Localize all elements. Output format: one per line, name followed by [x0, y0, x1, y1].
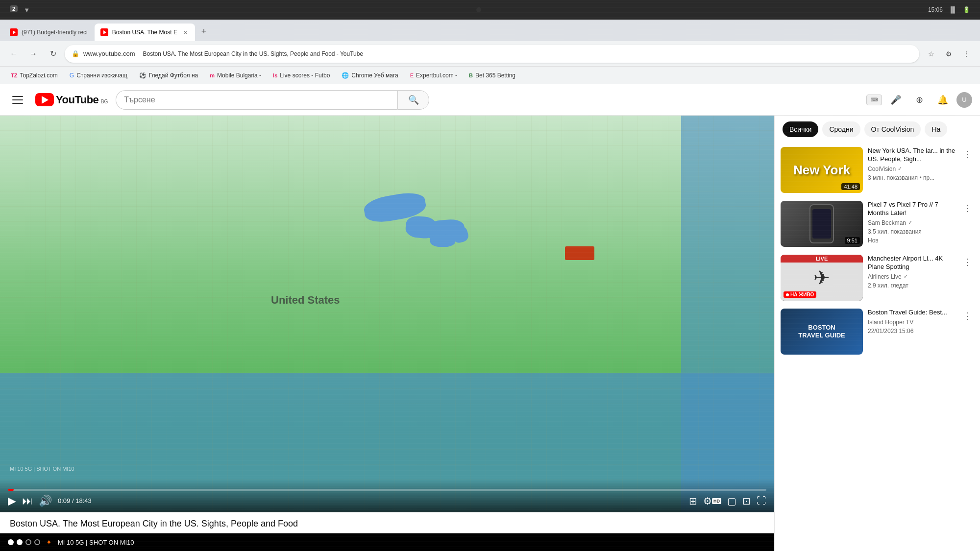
rec3-live-label: НА ЖИВО: [790, 292, 814, 297]
controls-row: ▶ ⏭ 🔊 0:09 / 18:43 ⊞: [8, 495, 766, 507]
bookmark-football[interactable]: ⚽ Гледай Футбол на: [134, 69, 203, 82]
tab-count-badge: 2: [10, 5, 18, 12]
menu-line-2: [12, 99, 23, 100]
rec4-meta: 22/01/2023 15:06: [868, 328, 956, 335]
filter-all-label: Всички: [789, 125, 811, 133]
profile-button[interactable]: ⋮: [958, 46, 974, 62]
filter-chip-coolv[interactable]: От CoolVision: [864, 121, 921, 137]
rec1-title: New York USA. The lar... in the US. Peop…: [868, 147, 956, 164]
tab-2-active[interactable]: Boston USA. The Most E ✕: [95, 24, 195, 41]
yt-notifications-button[interactable]: 🔔: [933, 90, 953, 110]
rec3-meta: 2,9 хил. гледат: [868, 282, 956, 289]
progress-bar[interactable]: [8, 489, 766, 491]
bk-mobile-label: Mobile Bulgaria -: [217, 72, 261, 79]
bk-topzalozi-label: TopZalozi.com: [20, 72, 57, 79]
filter-chip-related[interactable]: Сродни: [822, 121, 860, 137]
bookmark-expertbul[interactable]: E Expertbul.com -: [405, 69, 462, 82]
bookmark-chrome-store[interactable]: 🌐 Chrome Уеб мага: [337, 69, 403, 82]
bk-g-icon: G: [70, 72, 74, 79]
bookmark-topzalozi[interactable]: TZ TopZalozi.com: [6, 69, 63, 82]
bookmark-star-button[interactable]: ☆: [923, 46, 939, 62]
yt-search-wrap: 🔍: [116, 90, 429, 110]
fullscreen-button[interactable]: ⛶: [757, 495, 766, 506]
rec1-more-button[interactable]: ⋮: [961, 147, 974, 193]
bk-football-label: Гледай Футбол на: [149, 72, 198, 79]
rec1-ago: пр...: [923, 174, 934, 181]
rec-card-4[interactable]: BOSTONTRAVEL GUIDE Boston Travel Guide: …: [775, 305, 980, 359]
rec2-phone-screen: [812, 209, 831, 239]
back-button[interactable]: ←: [6, 46, 22, 62]
tab-dropdown-icon[interactable]: ▼: [24, 6, 30, 14]
quality-button[interactable]: ⚙ HD: [703, 495, 721, 507]
rec4-thumbnail: BOSTONTRAVEL GUIDE: [781, 309, 863, 355]
rec4-more-button[interactable]: ⋮: [961, 309, 974, 355]
rec1-verified-icon: ✓: [898, 166, 902, 172]
battery-icon: 🔋: [963, 6, 970, 13]
current-time: 0:09: [58, 497, 70, 504]
filter-chip-next[interactable]: На: [925, 121, 947, 137]
rec2-verified-icon: ✓: [908, 219, 912, 226]
hd-badge: HD: [712, 498, 721, 504]
bookmark-mobile-bg[interactable]: m Mobile Bulgaria -: [205, 69, 266, 82]
bookmark-livescores[interactable]: ls Live scores - Futbo: [268, 69, 335, 82]
yt-mic-button[interactable]: 🎤: [886, 90, 906, 110]
extensions-button[interactable]: ⚙: [941, 46, 956, 62]
new-tab-button[interactable]: +: [196, 24, 212, 39]
theater-button[interactable]: ⊡: [742, 495, 751, 507]
next-button[interactable]: ⏭: [22, 495, 33, 507]
reload-button[interactable]: ↻: [45, 46, 61, 62]
bookmark-strani[interactable]: G Странни изскачащ: [65, 69, 132, 82]
shot-on-bar: ✦ MI 10 5G | SHOT ON MI10: [0, 533, 774, 551]
rec3-plane-icon: ✈: [813, 266, 830, 289]
rec-card-3[interactable]: LIVE ✈ НА ЖИВО Manchester Airport Li... …: [775, 251, 980, 305]
yt-logo-country: BG: [101, 99, 108, 104]
forward-button[interactable]: →: [25, 46, 41, 62]
rec1-dot-sep: •: [919, 174, 923, 181]
os-bar-right: 15:06 ▐▌ 🔋: [928, 6, 970, 13]
volume-button[interactable]: 🔊: [39, 495, 52, 507]
tab-bar: (971) Budget-friendly reci Boston USA. T…: [0, 20, 980, 41]
rec4-title: Boston Travel Guide: Best...: [868, 309, 956, 317]
rec3-more-button[interactable]: ⋮: [961, 255, 974, 301]
dot-indicators: [8, 539, 40, 545]
yt-upload-button[interactable]: ⊕: [909, 90, 929, 110]
bookmarks-bar: TZ TopZalozi.com G Странни изскачащ ⚽ Гл…: [0, 67, 980, 84]
rec3-live-badge: НА ЖИВО: [784, 291, 816, 298]
address-actions: ☆ ⚙ ⋮: [923, 46, 974, 62]
dot-3: [25, 539, 31, 545]
rec1-info: New York USA. The lar... in the US. Peop…: [868, 147, 956, 193]
rec3-thumbnail: LIVE ✈ НА ЖИВО: [781, 255, 863, 301]
menu-line-1: [12, 96, 23, 97]
rec3-verified-icon: ✓: [904, 273, 908, 280]
yt-logo-text-wrap: YouTube BG: [56, 94, 108, 106]
tab1-title: (971) Budget-friendly reci: [22, 29, 88, 36]
os-bar: 2 ▼ 15:06 ▐▌ 🔋: [0, 0, 980, 20]
filter-chip-all[interactable]: Всички: [783, 121, 818, 137]
rec-card-1[interactable]: New York 41:48 New York USA. The lar... …: [775, 143, 980, 197]
camera-dot: [476, 7, 481, 12]
subtitles-button[interactable]: ⊞: [689, 495, 697, 507]
rec3-live-banner: LIVE: [781, 255, 863, 263]
tab2-close-btn[interactable]: ✕: [181, 28, 189, 36]
yt-sidebar: Всички Сродни От CoolVision На: [774, 116, 980, 551]
play-button[interactable]: ▶: [8, 495, 16, 507]
url-bar[interactable]: 🔒 www.youtube.com Boston USA. The Most E…: [65, 45, 919, 63]
yt-logo[interactable]: YouTube BG: [35, 93, 108, 106]
yt-menu-button[interactable]: [8, 90, 27, 110]
controls-right: ⊞ ⚙ HD ▢ ⊡ ⛶: [689, 495, 766, 507]
rec2-channel: Sam Beckman ✓: [868, 219, 956, 226]
yt-search-input[interactable]: [116, 90, 397, 110]
yt-search-button[interactable]: 🔍: [397, 90, 429, 110]
bookmark-bet365[interactable]: B Bet 365 Betting: [464, 69, 520, 82]
bk-bet365-label: Bet 365 Betting: [475, 72, 515, 79]
tab1-favicon: [10, 28, 18, 36]
rec2-more-button[interactable]: ⋮: [961, 201, 974, 247]
video-container[interactable]: United States ▶ ⏭ 🔊 0:09: [0, 116, 774, 512]
rec-card-2[interactable]: 9:51 Pixel 7 vs Pixel 7 Pro // 7 Months …: [775, 197, 980, 251]
miniplayer-button[interactable]: ▢: [727, 495, 736, 507]
lock-icon: 🔒: [72, 50, 79, 57]
bk-strani-label: Странни изскачащ: [76, 72, 127, 79]
yt-avatar-button[interactable]: U: [956, 92, 972, 108]
lake-erie: [430, 234, 455, 247]
tab-1[interactable]: (971) Budget-friendly reci: [4, 24, 94, 41]
